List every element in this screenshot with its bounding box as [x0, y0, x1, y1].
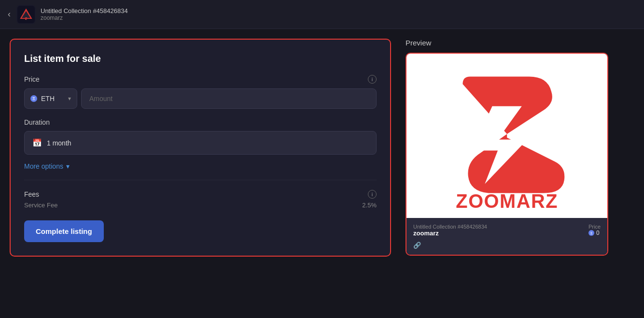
preview-collection: Untitled Collection #458426834	[413, 224, 487, 230]
price-label: Price	[24, 75, 40, 83]
left-panel: List item for sale Price i Ξ ETH ▾ Durat…	[10, 39, 391, 308]
amount-input[interactable]	[81, 88, 377, 109]
main-layout: List item for sale Price i Ξ ETH ▾ Durat…	[0, 29, 644, 318]
more-options-chevron-icon: ▾	[66, 162, 70, 170]
form-card: List item for sale Price i Ξ ETH ▾ Durat…	[10, 39, 391, 257]
header-text: Untitled Collection #458426834 zoomarz	[41, 7, 128, 21]
preview-footer-bottom: 🔗	[413, 242, 601, 249]
preview-footer: Untitled Collection #458426834 zoomarz P…	[406, 218, 607, 255]
currency-select[interactable]: Ξ ETH ▾	[24, 88, 77, 109]
preview-footer-top: Untitled Collection #458426834 zoomarz P…	[413, 224, 601, 237]
currency-chevron-icon: ▾	[68, 95, 71, 102]
form-title: List item for sale	[24, 53, 377, 64]
header-collection-name: zoomarz	[41, 14, 128, 21]
preview-label: Preview	[406, 39, 634, 47]
eth-mini-icon: Ξ	[588, 230, 594, 236]
duration-button[interactable]: 📅 1 month	[24, 131, 377, 155]
service-fee-row: Service Fee 2.5%	[24, 202, 377, 209]
back-button[interactable]: ‹	[8, 9, 11, 19]
currency-label: ETH	[41, 95, 55, 102]
link-icon: 🔗	[413, 242, 421, 249]
duration-label: Duration	[24, 118, 377, 126]
preview-price-value: 0	[596, 230, 600, 236]
preview-name: zoomarz	[413, 230, 487, 237]
header: ‹ Z Untitled Collection #458426834 zooma…	[0, 0, 644, 29]
fees-info-icon[interactable]: i	[368, 190, 377, 199]
preview-image: ZOOMARZ	[406, 54, 607, 218]
service-fee-value: 2.5%	[362, 202, 377, 209]
fees-row: Fees i	[24, 190, 377, 199]
logo: Z	[16, 5, 36, 24]
svg-text:ZOOMARZ: ZOOMARZ	[456, 190, 558, 210]
calendar-icon: 📅	[32, 138, 42, 147]
header-collection-title: Untitled Collection #458426834	[41, 7, 128, 14]
service-fee-label: Service Fee	[24, 202, 57, 209]
fees-label: Fees	[24, 190, 39, 198]
duration-value: 1 month	[47, 139, 71, 147]
more-options-button[interactable]: More options ▾	[24, 162, 70, 170]
price-info-icon[interactable]: i	[368, 75, 377, 84]
preview-price-label: Price	[588, 224, 601, 230]
divider	[24, 180, 377, 180]
preview-card: ZOOMARZ Untitled Collection #458426834 z…	[406, 53, 608, 256]
preview-price-row: Ξ 0	[588, 230, 601, 236]
eth-icon: Ξ	[30, 95, 37, 102]
right-panel: Preview ZOOMARZ	[391, 39, 634, 308]
fees-text: Fees	[24, 190, 39, 198]
price-row: Ξ ETH ▾	[24, 88, 377, 109]
complete-listing-label: Complete listing	[36, 227, 92, 235]
svg-text:Z: Z	[25, 16, 28, 20]
price-field-label: Price i	[24, 75, 377, 84]
complete-listing-button[interactable]: Complete listing	[24, 220, 104, 242]
more-options-label: More options	[24, 162, 63, 170]
